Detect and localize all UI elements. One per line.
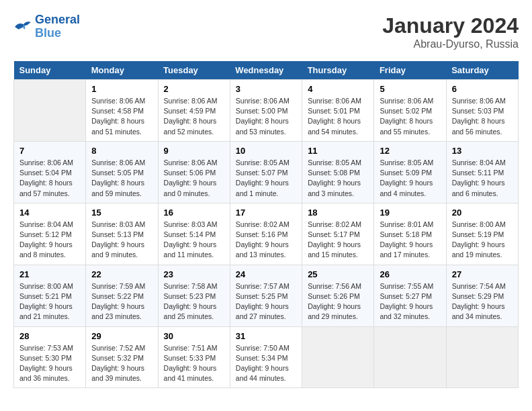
day-number: 5 (380, 84, 440, 94)
weekday-header-friday: Friday (374, 61, 446, 80)
calendar-cell (302, 326, 374, 388)
day-info: Sunrise: 7:53 AMSunset: 5:30 PMDaylight:… (19, 343, 80, 384)
calendar-cell (446, 326, 518, 388)
day-info: Sunrise: 8:06 AMSunset: 5:03 PMDaylight:… (452, 96, 513, 137)
day-info: Sunrise: 8:01 AMSunset: 5:18 PMDaylight:… (380, 220, 440, 261)
calendar-cell: 18Sunrise: 8:02 AMSunset: 5:17 PMDayligh… (302, 203, 374, 265)
day-number: 31 (236, 331, 296, 341)
week-row-4: 21Sunrise: 8:00 AMSunset: 5:21 PMDayligh… (14, 265, 519, 326)
day-number: 23 (164, 269, 224, 279)
calendar-cell: 26Sunrise: 7:55 AMSunset: 5:27 PMDayligh… (374, 265, 446, 326)
calendar-cell: 24Sunrise: 7:57 AMSunset: 5:25 PMDayligh… (230, 265, 302, 326)
day-info: Sunrise: 7:56 AMSunset: 5:26 PMDaylight:… (308, 281, 368, 322)
day-number: 19 (380, 208, 440, 218)
day-number: 4 (308, 84, 368, 94)
calendar-cell: 1Sunrise: 8:06 AMSunset: 4:58 PMDaylight… (86, 80, 158, 142)
calendar-cell: 27Sunrise: 7:54 AMSunset: 5:29 PMDayligh… (446, 265, 518, 326)
day-info: Sunrise: 8:05 AMSunset: 5:07 PMDaylight:… (236, 158, 296, 199)
week-row-2: 7Sunrise: 8:06 AMSunset: 5:04 PMDaylight… (14, 141, 519, 203)
day-number: 16 (164, 208, 224, 218)
calendar-cell: 12Sunrise: 8:05 AMSunset: 5:09 PMDayligh… (374, 141, 446, 203)
day-info: Sunrise: 8:06 AMSunset: 5:06 PMDaylight:… (164, 158, 224, 199)
day-info: Sunrise: 8:05 AMSunset: 5:09 PMDaylight:… (380, 158, 440, 199)
calendar-cell: 5Sunrise: 8:06 AMSunset: 5:02 PMDaylight… (374, 80, 446, 142)
day-info: Sunrise: 7:59 AMSunset: 5:22 PMDaylight:… (91, 281, 152, 322)
calendar-cell: 22Sunrise: 7:59 AMSunset: 5:22 PMDayligh… (86, 265, 158, 326)
day-number: 21 (19, 269, 80, 279)
calendar-cell: 11Sunrise: 8:05 AMSunset: 5:08 PMDayligh… (302, 141, 374, 203)
weekday-header-wednesday: Wednesday (230, 61, 302, 80)
day-info: Sunrise: 8:06 AMSunset: 5:04 PMDaylight:… (19, 158, 80, 199)
calendar-title: January 2024 (382, 13, 519, 38)
day-info: Sunrise: 8:03 AMSunset: 5:14 PMDaylight:… (164, 220, 224, 261)
day-info: Sunrise: 7:58 AMSunset: 5:23 PMDaylight:… (164, 281, 224, 322)
day-info: Sunrise: 8:04 AMSunset: 5:11 PMDaylight:… (452, 158, 513, 199)
day-info: Sunrise: 8:04 AMSunset: 5:12 PMDaylight:… (19, 220, 80, 261)
title-block: January 2024 Abrau-Dyurso, Russia (382, 13, 519, 50)
day-info: Sunrise: 7:52 AMSunset: 5:32 PMDaylight:… (91, 343, 152, 384)
calendar-cell: 13Sunrise: 8:04 AMSunset: 5:11 PMDayligh… (446, 141, 518, 203)
weekday-header-thursday: Thursday (302, 61, 374, 80)
day-info: Sunrise: 8:00 AMSunset: 5:19 PMDaylight:… (452, 220, 513, 261)
weekday-header-row: SundayMondayTuesdayWednesdayThursdayFrid… (14, 61, 519, 80)
day-number: 8 (91, 146, 152, 156)
day-number: 18 (308, 208, 368, 218)
day-info: Sunrise: 7:54 AMSunset: 5:29 PMDaylight:… (452, 281, 513, 322)
calendar-cell (374, 326, 446, 388)
day-info: Sunrise: 7:50 AMSunset: 5:34 PMDaylight:… (236, 343, 296, 384)
calendar-cell: 19Sunrise: 8:01 AMSunset: 5:18 PMDayligh… (374, 203, 446, 265)
calendar-subtitle: Abrau-Dyurso, Russia (382, 38, 519, 50)
day-info: Sunrise: 8:06 AMSunset: 4:58 PMDaylight:… (91, 96, 152, 137)
day-number: 25 (308, 269, 368, 279)
calendar-table: SundayMondayTuesdayWednesdayThursdayFrid… (13, 61, 519, 388)
calendar-cell: 20Sunrise: 8:00 AMSunset: 5:19 PMDayligh… (446, 203, 518, 265)
logo-bird-icon (13, 19, 32, 34)
day-number: 24 (236, 269, 296, 279)
day-number: 27 (452, 269, 513, 279)
day-info: Sunrise: 8:06 AMSunset: 5:01 PMDaylight:… (308, 96, 368, 137)
calendar-cell: 10Sunrise: 8:05 AMSunset: 5:07 PMDayligh… (230, 141, 302, 203)
day-info: Sunrise: 8:03 AMSunset: 5:13 PMDaylight:… (91, 220, 152, 261)
day-number: 28 (19, 331, 80, 341)
day-number: 7 (19, 146, 80, 156)
day-info: Sunrise: 7:57 AMSunset: 5:25 PMDaylight:… (236, 281, 296, 322)
calendar-cell: 23Sunrise: 7:58 AMSunset: 5:23 PMDayligh… (158, 265, 230, 326)
day-number: 26 (380, 269, 440, 279)
day-number: 3 (236, 84, 296, 94)
day-info: Sunrise: 7:51 AMSunset: 5:33 PMDaylight:… (164, 343, 224, 384)
day-number: 17 (236, 208, 296, 218)
calendar-cell: 30Sunrise: 7:51 AMSunset: 5:33 PMDayligh… (158, 326, 230, 388)
day-number: 22 (91, 269, 152, 279)
day-number: 20 (452, 208, 513, 218)
day-number: 9 (164, 146, 224, 156)
calendar-cell: 28Sunrise: 7:53 AMSunset: 5:30 PMDayligh… (14, 326, 86, 388)
day-number: 29 (91, 331, 152, 341)
week-row-3: 14Sunrise: 8:04 AMSunset: 5:12 PMDayligh… (14, 203, 519, 265)
day-number: 14 (19, 208, 80, 218)
calendar-cell (14, 80, 86, 142)
calendar-cell: 31Sunrise: 7:50 AMSunset: 5:34 PMDayligh… (230, 326, 302, 388)
day-number: 11 (308, 146, 368, 156)
day-number: 12 (380, 146, 440, 156)
day-number: 13 (452, 146, 513, 156)
day-info: Sunrise: 8:06 AMSunset: 5:05 PMDaylight:… (91, 158, 152, 199)
day-info: Sunrise: 8:05 AMSunset: 5:08 PMDaylight:… (308, 158, 368, 199)
day-number: 1 (91, 84, 152, 94)
day-info: Sunrise: 8:02 AMSunset: 5:17 PMDaylight:… (308, 220, 368, 261)
day-info: Sunrise: 8:00 AMSunset: 5:21 PMDaylight:… (19, 281, 80, 322)
day-number: 10 (236, 146, 296, 156)
day-number: 6 (452, 84, 513, 94)
weekday-header-tuesday: Tuesday (158, 61, 230, 80)
day-number: 2 (164, 84, 224, 94)
weekday-header-monday: Monday (86, 61, 158, 80)
week-row-5: 28Sunrise: 7:53 AMSunset: 5:30 PMDayligh… (14, 326, 519, 388)
calendar-cell: 8Sunrise: 8:06 AMSunset: 5:05 PMDaylight… (86, 141, 158, 203)
calendar-cell: 6Sunrise: 8:06 AMSunset: 5:03 PMDaylight… (446, 80, 518, 142)
week-row-1: 1Sunrise: 8:06 AMSunset: 4:58 PMDaylight… (14, 80, 519, 142)
calendar-cell: 21Sunrise: 8:00 AMSunset: 5:21 PMDayligh… (14, 265, 86, 326)
day-info: Sunrise: 8:06 AMSunset: 5:00 PMDaylight:… (236, 96, 296, 137)
calendar-cell: 2Sunrise: 8:06 AMSunset: 4:59 PMDaylight… (158, 80, 230, 142)
calendar-cell: 16Sunrise: 8:03 AMSunset: 5:14 PMDayligh… (158, 203, 230, 265)
calendar-cell: 25Sunrise: 7:56 AMSunset: 5:26 PMDayligh… (302, 265, 374, 326)
calendar-cell: 9Sunrise: 8:06 AMSunset: 5:06 PMDaylight… (158, 141, 230, 203)
